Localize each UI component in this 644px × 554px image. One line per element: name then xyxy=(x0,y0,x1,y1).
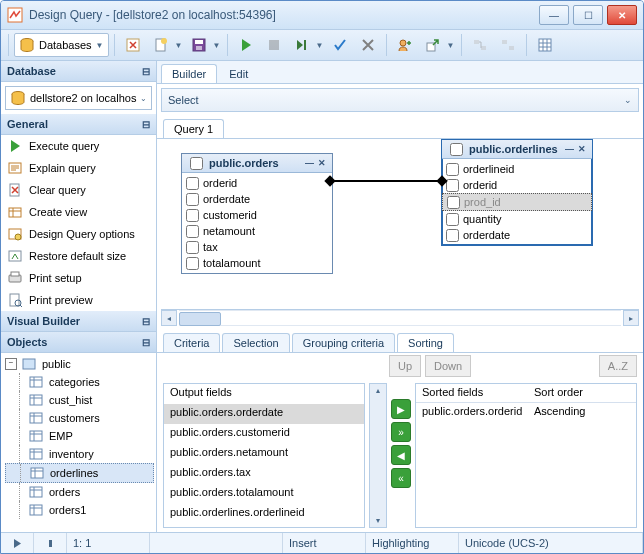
output-field[interactable]: public.orderlines.orderid xyxy=(164,524,364,528)
tab-builder[interactable]: Builder xyxy=(161,64,217,83)
output-fields-list[interactable]: Output fields public.orders.orderdatepub… xyxy=(163,383,365,528)
menu-clear-query[interactable]: Clear query xyxy=(1,179,156,201)
grid-button[interactable] xyxy=(532,33,558,57)
menu-create-view[interactable]: Create view xyxy=(1,201,156,223)
output-field[interactable]: public.orders.customerid xyxy=(164,424,364,444)
discard-button[interactable] xyxy=(120,33,146,57)
output-field[interactable]: public.orders.netamount xyxy=(164,444,364,464)
step-button[interactable]: ▼ xyxy=(289,33,325,57)
pin-icon[interactable]: ⊟ xyxy=(142,316,150,327)
column-orderlineid[interactable]: orderlineid xyxy=(442,161,592,177)
scroll-right-icon[interactable]: ▸ xyxy=(623,310,639,326)
execute-button[interactable] xyxy=(233,33,259,57)
tree-node-customers[interactable]: customers xyxy=(5,409,154,427)
column-prod_id[interactable]: prod_id xyxy=(442,193,592,211)
grid-row[interactable]: public.orders.orderid Ascending xyxy=(416,403,636,421)
tab-selection[interactable]: Selection xyxy=(222,333,289,352)
new-button[interactable]: ▼ xyxy=(148,33,184,57)
cancel-x-button[interactable] xyxy=(355,33,381,57)
column-orderid[interactable]: orderid xyxy=(442,177,592,193)
sorted-fields-grid[interactable]: Sorted fields Sort order public.orders.o… xyxy=(415,383,637,528)
scroll-thumb[interactable] xyxy=(179,312,221,326)
output-scrollbar[interactable]: ▴▾ xyxy=(369,383,387,528)
column-orderid[interactable]: orderid xyxy=(182,175,332,191)
az-button[interactable]: A..Z xyxy=(599,355,637,377)
column-orderdate[interactable]: orderdate xyxy=(442,227,592,243)
entity-close[interactable]: ✕ xyxy=(316,158,328,168)
pin-icon[interactable]: ⊟ xyxy=(142,66,150,77)
join-link[interactable] xyxy=(331,180,441,182)
sb-marker-button[interactable] xyxy=(34,533,67,553)
column-customerid[interactable]: customerid xyxy=(182,207,332,223)
entity-select-all[interactable] xyxy=(450,143,463,156)
column-totalamount[interactable]: totalamount xyxy=(182,255,332,271)
svg-rect-6 xyxy=(195,40,203,44)
pin-icon[interactable]: ⊟ xyxy=(142,119,150,130)
column-netamount[interactable]: netamount xyxy=(182,223,332,239)
move-right-button[interactable]: ▶ xyxy=(391,399,411,419)
entity-public-orderlines[interactable]: public.orderlines—✕ orderlineidorderidpr… xyxy=(441,139,593,246)
minimize-button[interactable]: — xyxy=(539,5,569,25)
down-button[interactable]: Down xyxy=(425,355,471,377)
save-button[interactable]: ▼ xyxy=(186,33,222,57)
tree-node-inventory[interactable]: inventory xyxy=(5,445,154,463)
menu-print-setup[interactable]: Print setup xyxy=(1,267,156,289)
database-select[interactable]: dellstore2 on localhos⌄ xyxy=(5,86,152,110)
output-field[interactable]: public.orderlines.orderlineid xyxy=(164,504,364,524)
tree-node-EMP[interactable]: EMP xyxy=(5,427,154,445)
menu-design-query-options[interactable]: Design Query options xyxy=(1,223,156,245)
check-button[interactable] xyxy=(327,33,353,57)
tab-edit[interactable]: Edit xyxy=(219,65,258,83)
menu-explain-query[interactable]: Explain query xyxy=(1,157,156,179)
entity-minimize[interactable]: — xyxy=(563,144,576,154)
tree-node-orders[interactable]: orders xyxy=(5,483,154,501)
stop-button[interactable] xyxy=(261,33,287,57)
scroll-left-icon[interactable]: ◂ xyxy=(161,310,177,326)
output-field[interactable]: public.orders.orderdate xyxy=(164,404,364,424)
visual-builder-header[interactable]: Visual Builder⊟ xyxy=(1,311,156,332)
canvas-hscroll[interactable]: ◂ ▸ xyxy=(161,310,639,326)
sb-modified xyxy=(150,533,283,553)
tree-node-public[interactable]: −public xyxy=(5,355,154,373)
objects-tree[interactable]: −publiccategoriescust_histcustomersEMPin… xyxy=(1,353,156,532)
databases-combo[interactable]: Databases ▼ xyxy=(14,33,109,57)
output-field[interactable]: public.orders.tax xyxy=(164,464,364,484)
menu-print-preview[interactable]: Print preview xyxy=(1,289,156,311)
move-all-left-button[interactable]: « xyxy=(391,468,411,488)
entity-close[interactable]: ✕ xyxy=(576,144,588,154)
sb-play-button[interactable] xyxy=(1,533,34,553)
menu-restore-default-size[interactable]: Restore default size xyxy=(1,245,156,267)
link-button2[interactable] xyxy=(495,33,521,57)
entity-select-all[interactable] xyxy=(190,157,203,170)
menu-execute-query[interactable]: Execute query xyxy=(1,135,156,157)
tab-query1[interactable]: Query 1 xyxy=(163,119,224,138)
main-toolbar: Databases ▼ ▼ ▼ ▼ ▼ xyxy=(1,30,643,61)
maximize-button[interactable]: ☐ xyxy=(573,5,603,25)
tab-criteria[interactable]: Criteria xyxy=(163,333,220,352)
design-canvas[interactable]: public.orders—✕ orderidorderdatecustomer… xyxy=(161,139,639,310)
select-bar[interactable]: Select⌄ xyxy=(161,88,639,112)
column-tax[interactable]: tax xyxy=(182,239,332,255)
add-user-button[interactable] xyxy=(392,33,418,57)
tree-node-cust_hist[interactable]: cust_hist xyxy=(5,391,154,409)
general-panel-header[interactable]: General⊟ xyxy=(1,114,156,135)
link-button1[interactable] xyxy=(467,33,493,57)
pin-icon[interactable]: ⊟ xyxy=(142,337,150,348)
entity-public-orders[interactable]: public.orders—✕ orderidorderdatecustomer… xyxy=(181,153,333,274)
output-field[interactable]: public.orders.totalamount xyxy=(164,484,364,504)
objects-panel-header[interactable]: Objects⊟ xyxy=(1,332,156,353)
entity-minimize[interactable]: — xyxy=(303,158,316,168)
move-all-right-button[interactable]: » xyxy=(391,422,411,442)
tab-grouping[interactable]: Grouping criteria xyxy=(292,333,395,352)
export-button[interactable]: ▼ xyxy=(420,33,456,57)
database-panel-header[interactable]: Database⊟ xyxy=(1,61,156,82)
move-left-button[interactable]: ◀ xyxy=(391,445,411,465)
tab-sorting[interactable]: Sorting xyxy=(397,333,454,352)
column-orderdate[interactable]: orderdate xyxy=(182,191,332,207)
column-quantity[interactable]: quantity xyxy=(442,211,592,227)
tree-node-orderlines[interactable]: orderlines xyxy=(5,463,154,483)
tree-node-categories[interactable]: categories xyxy=(5,373,154,391)
close-button[interactable]: ✕ xyxy=(607,5,637,25)
tree-node-orders1[interactable]: orders1 xyxy=(5,501,154,519)
up-button[interactable]: Up xyxy=(389,355,421,377)
